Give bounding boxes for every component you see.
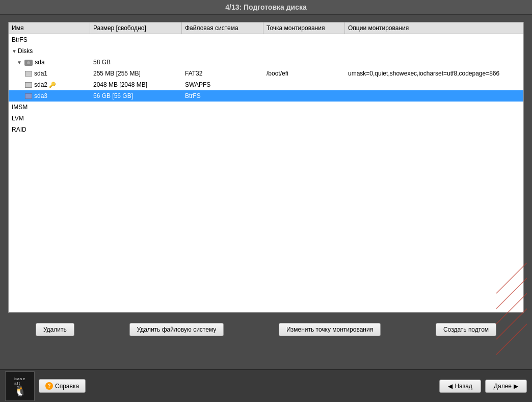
list-item[interactable]: sda2 🔑 2048 MB [2048 MB] SWAPFS <box>9 79 523 90</box>
help-button[interactable]: ? Справка <box>39 379 86 393</box>
disk-icon <box>24 60 33 66</box>
footer-right: ◀ Назад Далее ▶ <box>439 380 527 393</box>
list-item[interactable]: sda1 255 MB [255 MB] FAT32 /boot/efi uma… <box>9 68 523 79</box>
item-fs: FAT32 <box>182 69 263 78</box>
forward-button[interactable]: Далее ▶ <box>485 380 527 393</box>
list-item[interactable]: RAID <box>9 124 523 135</box>
col-size: Размер [свободно] <box>90 22 182 34</box>
partition-icon <box>25 82 32 88</box>
item-mount <box>263 39 345 41</box>
back-label: Назад <box>455 383 472 390</box>
footer-left: basealt 🐧 ? Справка <box>5 371 86 401</box>
back-button[interactable]: ◀ Назад <box>439 380 481 393</box>
item-fs: BtrFS <box>182 91 263 100</box>
change-mount-button[interactable]: Изменить точку монтирования <box>279 323 381 336</box>
delete-button[interactable]: Удалить <box>36 323 74 336</box>
partition-icon <box>25 71 32 77</box>
item-name: sda2 🔑 <box>9 80 90 89</box>
item-size: 255 MB [255 MB] <box>90 69 182 78</box>
main-content: Имя Размер [свободно] Файловая система Т… <box>0 15 532 318</box>
item-mount <box>263 61 345 63</box>
item-size <box>90 39 182 41</box>
expand-icon: ▼ <box>12 48 17 54</box>
partition-icon <box>25 93 32 99</box>
item-fs <box>182 61 263 63</box>
item-name: sda1 <box>9 69 90 78</box>
item-options <box>345 106 523 108</box>
item-fs <box>182 129 263 131</box>
partition-panel: Имя Размер [свободно] Файловая система Т… <box>8 22 524 313</box>
item-options <box>345 129 523 131</box>
item-options <box>345 39 523 41</box>
item-name: ▼ sda <box>9 58 90 67</box>
item-fs <box>182 39 263 41</box>
item-name: LVM <box>9 114 90 123</box>
item-name: RAID <box>9 125 90 134</box>
item-size <box>90 106 182 108</box>
expand-icon: ▼ <box>17 60 22 65</box>
item-mount <box>263 84 345 86</box>
page-title: 4/13: Подготовка диска <box>0 0 532 15</box>
item-mount <box>263 106 345 108</box>
item-size: 58 GB <box>90 58 182 67</box>
item-fs: SWAPFS <box>182 80 263 89</box>
item-fs <box>182 106 263 108</box>
logo-icon: 🐧 <box>14 386 26 396</box>
help-label: Справка <box>55 383 79 390</box>
action-button-bar: Удалить Удалить файловую систему Изменит… <box>0 318 532 341</box>
table-body: BtrFS ▼Disks ▼ sda <box>9 34 523 311</box>
item-mount <box>263 117 345 119</box>
col-fs: Файловая система <box>182 22 263 34</box>
item-mount: /boot/efi <box>263 69 345 78</box>
help-icon: ? <box>45 382 53 390</box>
list-item[interactable]: BtrFS <box>9 34 523 45</box>
col-mount: Точка монтирования <box>263 22 345 34</box>
forward-arrow-icon: ▶ <box>514 383 518 390</box>
item-size <box>90 129 182 131</box>
create-subvol-button[interactable]: Создать подтом <box>436 323 496 336</box>
col-options: Опции монтирования <box>345 22 523 34</box>
col-name: Имя <box>9 22 90 34</box>
list-item[interactable]: IMSM <box>9 102 523 113</box>
list-item[interactable]: ▼Disks <box>9 45 523 57</box>
item-options <box>345 117 523 119</box>
item-mount <box>263 50 345 52</box>
item-name: BtrFS <box>9 35 90 44</box>
list-item[interactable]: LVM <box>9 113 523 124</box>
footer: basealt 🐧 ? Справка ◀ Назад Далее ▶ <box>0 369 532 402</box>
list-item[interactable]: sda3 56 GB [56 GB] BtrFS <box>9 90 523 102</box>
item-size <box>90 117 182 119</box>
item-options <box>345 50 523 52</box>
item-options <box>345 61 523 63</box>
logo: basealt 🐧 <box>5 371 35 401</box>
item-options: umask=0,quiet,showexec,iocharset=utf8,co… <box>345 69 523 78</box>
table-header: Имя Размер [свободно] Файловая система Т… <box>9 22 523 34</box>
item-options <box>345 84 523 86</box>
key-icon: 🔑 <box>49 82 56 88</box>
logo-text: basealt <box>14 376 25 386</box>
item-name: sda3 <box>9 91 90 100</box>
item-name: IMSM <box>9 103 90 112</box>
delete-fs-button[interactable]: Удалить файловую систему <box>129 323 224 336</box>
item-options <box>345 95 523 97</box>
item-fs <box>182 50 263 52</box>
back-arrow-icon: ◀ <box>448 383 453 390</box>
item-size: 56 GB [56 GB] <box>90 91 182 100</box>
forward-label: Далее <box>494 383 512 390</box>
item-size <box>90 50 182 52</box>
item-fs <box>182 117 263 119</box>
list-item[interactable]: ▼ sda 58 GB <box>9 57 523 68</box>
item-mount <box>263 95 345 97</box>
item-size: 2048 MB [2048 MB] <box>90 80 182 89</box>
item-name: ▼Disks <box>9 46 90 56</box>
item-mount <box>263 129 345 131</box>
